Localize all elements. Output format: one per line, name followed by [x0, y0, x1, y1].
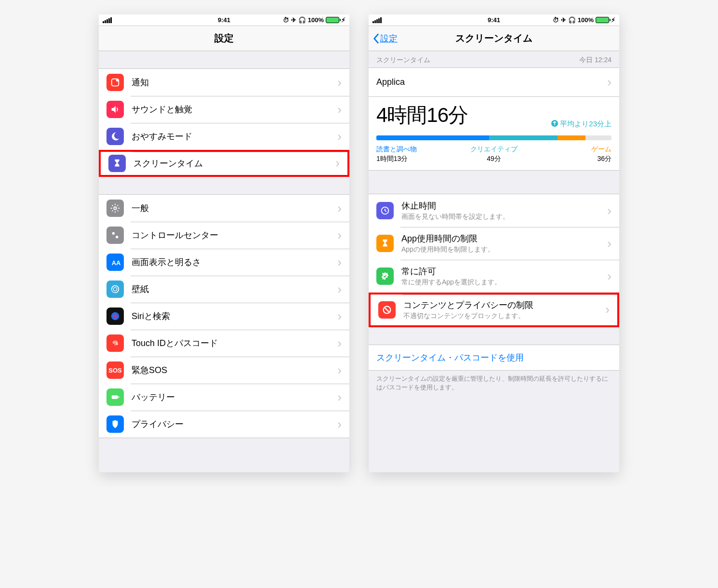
chevron-right-icon: ›: [337, 129, 342, 144]
category-1: クリエイティブ49分: [455, 145, 533, 163]
list-item-コントロールセンター[interactable]: コントロールセンター›: [99, 222, 349, 249]
app-row[interactable]: Applica ›: [369, 67, 619, 97]
list-item-コンテンツとプライバシーの制限[interactable]: コンテンツとプライバシーの制限不適切なコンテンツをブロックします。›: [369, 293, 619, 327]
battery-icon: [106, 388, 124, 406]
row-label: スクリーンタイム: [133, 158, 335, 169]
list-item-Siriと検索[interactable]: Siriと検索›: [99, 303, 349, 330]
list-item-常に許可[interactable]: 常に許可常に使用するAppを選択します。›: [369, 260, 619, 293]
footer-description: スクリーンタイムの設定を厳重に管理したり、制限時間の延長を許可したりするにはパス…: [369, 371, 619, 396]
list-item-プライバシー[interactable]: プライバシー›: [99, 411, 349, 438]
row-label: プライバシー: [132, 418, 337, 430]
category-breakdown: 読書と調べ物1時間13分クリエイティブ49分ゲーム36分: [376, 145, 612, 163]
passcode-link[interactable]: スクリーンタイム・パスコードを使用: [369, 345, 619, 371]
row-label: 壁紙: [132, 283, 337, 295]
row-label: 緊急SOS: [132, 364, 337, 376]
svg-text:AA: AA: [112, 259, 120, 267]
category-name: ゲーム: [533, 145, 612, 154]
signal-icon: [372, 17, 382, 23]
row-label: Siriと検索: [132, 310, 337, 322]
list-item-App使用時間の制限[interactable]: App使用時間の制限Appの使用時間を制限します。›: [369, 227, 619, 260]
privacy-icon: [106, 415, 124, 433]
category-value: 1時間13分: [376, 155, 455, 163]
total-time: 4時間16分: [376, 102, 468, 129]
chevron-right-icon: ›: [337, 75, 342, 90]
charging-icon: ⚡︎: [341, 16, 346, 24]
location-icon: ✈︎: [291, 16, 296, 24]
settings-group-2: 一般›コントロールセンター›AA画面表示と明るさ›壁紙›Siriと検索›Touc…: [99, 194, 349, 438]
list-item-Touch IDとパスコード[interactable]: Touch IDとパスコード›: [99, 330, 349, 357]
list-item-おやすみモード[interactable]: おやすみモード›: [99, 123, 349, 150]
svg-rect-9: [112, 395, 118, 399]
average-text: 平均より23分上: [560, 120, 612, 129]
notification-icon: [106, 74, 124, 91]
list-item-バッテリー[interactable]: バッテリー›: [99, 384, 349, 411]
location-icon: ✈︎: [561, 16, 566, 24]
chevron-right-icon: ›: [607, 75, 612, 90]
row-title: コンテンツとプライバシーの制限: [403, 299, 605, 311]
touchid-icon: [106, 334, 124, 352]
charging-icon: ⚡︎: [611, 16, 615, 24]
hourglass-icon: [376, 235, 394, 252]
bar-segment-2: [558, 135, 586, 140]
category-name: 読書と調べ物: [376, 145, 455, 154]
list-item-通知[interactable]: 通知›: [99, 69, 349, 96]
battery-percent: 100%: [578, 16, 594, 24]
settings-group-1: 通知›サウンドと触覚›おやすみモード›スクリーンタイム›: [99, 68, 349, 177]
gear-icon: [106, 200, 124, 217]
battery-icon: [326, 17, 339, 23]
status-bar: 9:41 ⏱ ✈︎ 🎧 100% ⚡︎: [369, 14, 619, 26]
row-label: サウンドと触覚: [132, 104, 337, 115]
back-button[interactable]: 設定: [372, 33, 398, 44]
nav-bar: 設定: [99, 26, 349, 51]
back-label: 設定: [380, 33, 398, 44]
row-subtitle: 画面を見ない時間帯を設定します。: [401, 213, 607, 221]
arrow-up-icon: [551, 120, 558, 128]
display-icon: AA: [106, 254, 124, 271]
category-value: 49分: [455, 155, 533, 163]
sos-icon: SOS: [106, 361, 124, 379]
chevron-right-icon: ›: [337, 102, 342, 117]
category-value: 36分: [533, 155, 612, 163]
battery-icon: [596, 17, 609, 23]
nav-bar: 設定 スクリーンタイム: [369, 26, 619, 51]
sound-icon: [106, 101, 124, 118]
row-title: App使用時間の制限: [401, 233, 607, 244]
row-label: 画面表示と明るさ: [132, 256, 337, 268]
wallpaper-icon: [106, 281, 124, 298]
chevron-right-icon: ›: [337, 417, 342, 432]
list-item-壁紙[interactable]: 壁紙›: [99, 276, 349, 303]
headphones-icon: 🎧: [568, 16, 576, 24]
chevron-right-icon: ›: [337, 201, 342, 216]
average-indicator: 平均より23分上: [551, 120, 612, 129]
page-title: スクリーンタイム: [455, 32, 532, 45]
header-timestamp: 今日 12:24: [579, 56, 612, 65]
chevron-left-icon: [372, 33, 379, 44]
clock-icon: [376, 202, 394, 219]
list-item-緊急SOS[interactable]: SOS緊急SOS›: [99, 357, 349, 384]
list-item-一般[interactable]: 一般›: [99, 195, 349, 222]
chevron-right-icon: ›: [337, 336, 342, 351]
status-time: 9:41: [218, 16, 230, 24]
bar-segment-1: [489, 135, 558, 140]
chevron-right-icon: ›: [337, 228, 342, 243]
chevron-right-icon: ›: [607, 269, 612, 284]
list-item-スクリーンタイム[interactable]: スクリーンタイム›: [99, 150, 349, 177]
svg-point-8: [111, 312, 120, 321]
signal-icon: [103, 17, 112, 23]
list-item-サウンドと触覚[interactable]: サウンドと触覚›: [99, 96, 349, 123]
phone-screentime: 9:41 ⏱ ✈︎ 🎧 100% ⚡︎ 設定 スクリーンタイム スクリーンタイム…: [369, 14, 619, 472]
battery-percent: 100%: [308, 16, 324, 24]
category-2: ゲーム36分: [533, 145, 612, 163]
chevron-right-icon: ›: [337, 390, 342, 405]
list-item-休止時間[interactable]: 休止時間画面を見ない時間帯を設定します。›: [369, 194, 619, 227]
row-label: バッテリー: [132, 391, 337, 403]
alarm-icon: ⏱: [283, 16, 289, 24]
chevron-right-icon: ›: [335, 156, 340, 171]
row-title: 常に許可: [401, 266, 607, 277]
list-item-画面表示と明るさ[interactable]: AA画面表示と明るさ›: [99, 249, 349, 276]
moon-icon: [106, 128, 124, 145]
row-label: 一般: [132, 202, 337, 214]
row-subtitle: Appの使用時間を制限します。: [401, 245, 607, 254]
header-label: スクリーンタイム: [376, 56, 430, 65]
page-title: 設定: [214, 32, 234, 45]
